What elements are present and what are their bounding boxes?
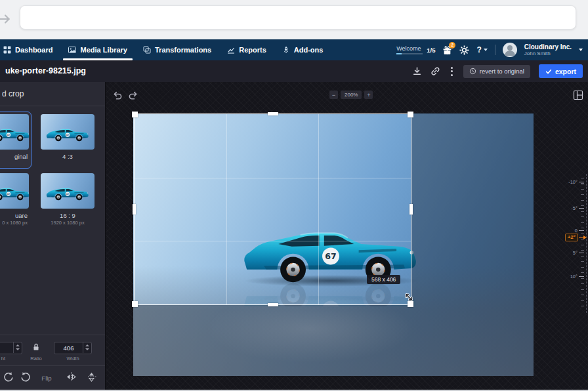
browser-chrome [0, 0, 588, 39]
ruler-label: -10° [568, 179, 578, 185]
nav-item-add-ons[interactable]: Add-ons [274, 39, 331, 60]
grid-line [135, 178, 411, 178]
crop-handle-top[interactable] [268, 112, 278, 115]
media-library-icon [68, 46, 76, 54]
flip-vertical-icon[interactable] [86, 371, 97, 382]
editor-canvas: − 200% + [106, 82, 588, 391]
ruler-major-tick [579, 253, 584, 253]
kebab-menu-icon[interactable] [449, 67, 455, 76]
preset-sub [41, 161, 94, 166]
ruler-major-tick [579, 230, 584, 231]
dim-overlay-bottom [133, 305, 411, 376]
preset-label: 4 :3 [41, 153, 94, 160]
flip-horizontal-icon[interactable] [66, 371, 77, 382]
nav-item-dashboard[interactable]: Dashboard [0, 39, 60, 60]
add-ons-icon [282, 46, 290, 54]
rotation-current-value: +2° [565, 234, 578, 241]
undo-icon[interactable] [112, 90, 123, 100]
height-stepper[interactable] [13, 342, 22, 353]
preset-sub: 0 x 1080 px [0, 220, 29, 226]
export-button[interactable]: export [539, 64, 583, 78]
height-label: ht [0, 356, 22, 361]
width-label: Width [54, 356, 92, 361]
photo: 568 x 406 [133, 113, 534, 376]
preset-thumbnail [0, 173, 29, 209]
gift-icon[interactable]: 2 [442, 45, 452, 55]
crop-handle-left[interactable] [133, 204, 136, 215]
rotate-right-icon[interactable] [20, 371, 32, 383]
grid-line [318, 114, 319, 304]
crop-handle-right[interactable] [410, 204, 413, 215]
width-stepper[interactable] [83, 342, 91, 353]
ratio-label: Ratio [21, 356, 51, 361]
nav-utilities: Welcome 1/5 2 ? Cloudinary Inc. John Smi [396, 39, 588, 60]
divider [0, 335, 105, 335]
crop-handle-bottom-left[interactable] [132, 301, 138, 307]
avatar[interactable] [503, 43, 517, 57]
nav-item-reports[interactable]: Reports [219, 39, 274, 60]
dim-overlay-right [411, 113, 534, 376]
asset-actions: revert to original export [412, 60, 583, 82]
flip-label: Flip [38, 375, 55, 382]
gear-icon[interactable] [459, 45, 469, 55]
nav-item-label: Dashboard [15, 46, 52, 54]
nav-item-label: Add-ons [294, 46, 324, 54]
ruler-dashed-line [586, 174, 587, 313]
preset-label: 16 : 9 [41, 212, 94, 219]
asset-title-bar: uke-porter-98215.jpg revert to original … [0, 60, 588, 82]
grid-line [226, 114, 227, 304]
notification-badge: 2 [449, 42, 455, 49]
crop-handle-top-right[interactable] [408, 112, 413, 117]
history-clock-icon [469, 68, 476, 75]
preset-label: uare [0, 212, 29, 219]
preset-sub [0, 161, 29, 166]
nav-item-transformations[interactable]: Transformations [135, 39, 219, 60]
ruler-major-tick [579, 182, 584, 182]
panel-toggle-icon[interactable] [573, 90, 583, 100]
preset-16-9[interactable]: 16 : 9 1920 x 1080 px [38, 171, 97, 228]
revert-to-original-button[interactable]: revert to original [463, 65, 530, 78]
ruler-label: -5° [571, 205, 578, 211]
ruler-major-tick [579, 208, 584, 209]
welcome-progress-bar [396, 53, 423, 54]
redo-icon[interactable] [128, 90, 138, 100]
grid-line [135, 241, 411, 241]
revert-label: revert to original [480, 68, 524, 75]
divider [495, 45, 495, 55]
forward-arrow-icon[interactable] [0, 12, 12, 26]
crop-handle-top-left[interactable] [132, 112, 138, 117]
crop-handle-bottom[interactable] [268, 303, 278, 306]
help-menu[interactable]: ? [476, 45, 487, 54]
preset-4-3[interactable]: 4 :3 [38, 112, 97, 169]
nav-item-media-library[interactable]: Media Library [60, 39, 135, 60]
download-icon[interactable] [412, 66, 422, 76]
preset-thumbnail [41, 173, 94, 209]
preset-sub: 1920 x 1080 px [41, 220, 94, 226]
account-chevron-icon[interactable] [579, 49, 583, 51]
height-input-wrap [0, 341, 22, 354]
ruler-major-tick [579, 276, 584, 277]
dashboard-icon [3, 46, 11, 54]
lock-ratio-icon[interactable] [32, 342, 40, 352]
account-info[interactable]: Cloudinary Inc. John Smith [524, 43, 572, 57]
progress-count: 1/5 [427, 47, 435, 54]
ruler-ticks [581, 178, 584, 310]
ruler-label: 5° [573, 250, 578, 256]
nav-item-label: Media Library [80, 46, 127, 54]
address-bar[interactable] [20, 5, 576, 30]
preset-original[interactable]: ginal [0, 112, 32, 169]
rotate-left-icon[interactable] [3, 371, 14, 383]
zoom-out-button[interactable]: − [329, 91, 338, 99]
crop-sidebar: d crop ginal 4 :3 uare 0 x 1080 px [0, 82, 106, 391]
check-icon [545, 68, 552, 75]
zoom-in-button[interactable]: + [364, 91, 373, 99]
user-name: John Smith [524, 51, 572, 56]
rotation-ruler[interactable]: -10° -5° 0 5° 10° +2° [557, 174, 587, 313]
top-nav: Dashboard Media Library Transformations … [0, 39, 588, 60]
preset-square[interactable]: uare 0 x 1080 px [0, 171, 32, 228]
preset-thumbnail [41, 114, 94, 150]
welcome-label: Welcome [396, 45, 421, 52]
welcome-progress[interactable]: Welcome [396, 45, 423, 54]
rotation-marker-icon [583, 236, 587, 239]
link-icon[interactable] [430, 66, 440, 76]
